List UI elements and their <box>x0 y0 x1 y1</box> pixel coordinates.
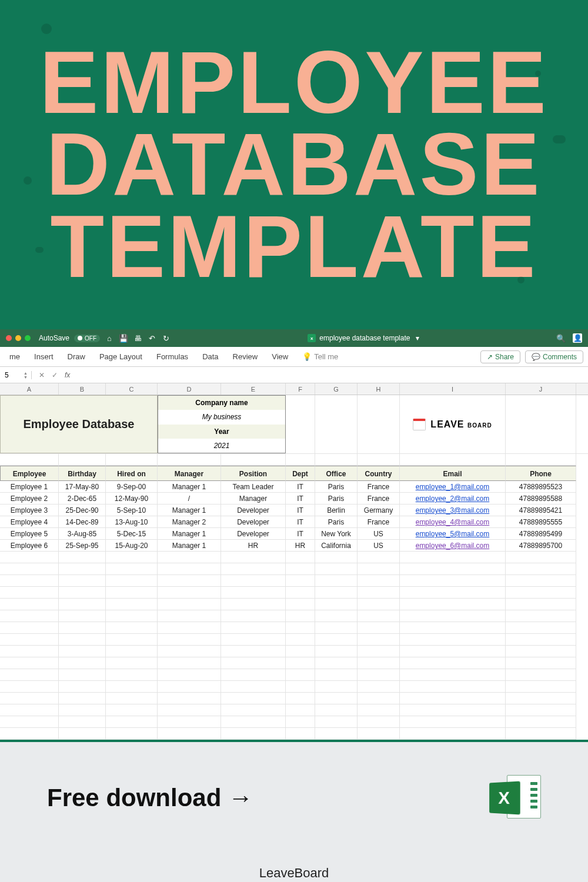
document-title[interactable]: x employee database template ▾ <box>308 334 419 342</box>
window-controls[interactable] <box>6 335 31 341</box>
home-icon[interactable]: ⌂ <box>105 334 114 343</box>
cell-employee: Employee 4 <box>0 516 59 528</box>
cell-country: Germany <box>358 505 400 516</box>
th-email: Email <box>400 466 506 481</box>
cell-phone: 47889895700 <box>506 540 576 552</box>
empty-row[interactable] <box>0 563 588 575</box>
tab-insert[interactable]: Insert <box>27 352 61 361</box>
empty-row[interactable] <box>0 575 588 587</box>
cell-office: Paris <box>315 516 358 528</box>
empty-row[interactable] <box>0 681 588 693</box>
formula-bar: 5 ▲▼ ✕ ✓ fx <box>0 367 588 383</box>
cell-dept: IT <box>286 493 315 505</box>
empty-row[interactable] <box>0 610 588 622</box>
cell-hired: 15-Aug-20 <box>106 540 158 552</box>
cell-email[interactable]: employee_1@mail.com <box>400 481 506 493</box>
table-row[interactable]: Employee 2 2-Dec-65 12-May-90 / Manager … <box>0 493 588 505</box>
print-icon[interactable]: 🖶 <box>133 334 142 343</box>
autosave-toggle[interactable]: OFF <box>74 335 100 342</box>
comments-button[interactable]: 💬Comments <box>525 350 583 363</box>
cell-manager: Manager 1 <box>158 505 221 516</box>
empty-row[interactable] <box>0 634 588 646</box>
tell-me-search[interactable]: 💡Tell me <box>295 352 345 361</box>
empty-row[interactable] <box>0 599 588 610</box>
col-B: B <box>59 383 106 395</box>
tab-draw[interactable]: Draw <box>61 352 92 361</box>
accept-formula-icon[interactable]: ✓ <box>48 371 61 379</box>
share-button[interactable]: ↗Share <box>480 350 520 363</box>
cell-phone: 47889895523 <box>506 481 576 493</box>
redo-icon[interactable]: ↻ <box>161 334 171 343</box>
empty-row[interactable] <box>0 693 588 704</box>
tab-formulas[interactable]: Formulas <box>149 352 195 361</box>
col-A: A <box>0 383 59 395</box>
cell-birthday: 25-Sep-95 <box>59 540 106 552</box>
year-value[interactable]: 2021 <box>158 439 285 453</box>
cell-country: US <box>358 528 400 540</box>
tab-page-layout[interactable]: Page Layout <box>92 352 149 361</box>
bulb-icon: 💡 <box>302 352 312 361</box>
blank-row[interactable] <box>0 454 588 466</box>
empty-row[interactable] <box>0 669 588 681</box>
empty-row[interactable] <box>0 716 588 728</box>
empty-row[interactable] <box>0 622 588 634</box>
tab-data[interactable]: Data <box>195 352 225 361</box>
th-office: Office <box>315 466 358 481</box>
th-manager: Manager <box>158 466 221 481</box>
download-cta[interactable]: Free download → <box>47 784 253 812</box>
th-birthday: Birthday <box>59 466 106 481</box>
tab-review[interactable]: Review <box>226 352 265 361</box>
empty-row[interactable] <box>0 587 588 599</box>
column-headers[interactable]: A B C D E F G H I J <box>0 383 588 395</box>
cell-email[interactable]: employee_3@mail.com <box>400 505 506 516</box>
col-I: I <box>400 383 506 395</box>
cell-country: France <box>358 516 400 528</box>
company-value[interactable]: My business <box>158 410 285 424</box>
cell-phone: 47889895588 <box>506 493 576 505</box>
cell-dept: IT <box>286 481 315 493</box>
cell-email[interactable]: employee_5@mail.com <box>400 528 506 540</box>
table-row[interactable]: Employee 5 3-Aug-85 5-Dec-15 Manager 1 D… <box>0 528 588 540</box>
empty-row[interactable] <box>0 552 588 563</box>
empty-row[interactable] <box>0 704 588 716</box>
table-row[interactable]: Employee 3 25-Dec-90 5-Sep-10 Manager 1 … <box>0 505 588 516</box>
cell-dept: HR <box>286 540 315 552</box>
cell-dept: IT <box>286 528 315 540</box>
cell-birthday: 2-Dec-65 <box>59 493 106 505</box>
cell-email[interactable]: employee_4@mail.com <box>400 516 506 528</box>
hero-title: EMPLOYEE DATABASE TEMPLATE <box>39 42 549 288</box>
close-window-icon[interactable] <box>6 335 12 341</box>
cancel-formula-icon[interactable]: ✕ <box>35 371 48 379</box>
table-row[interactable]: Employee 6 25-Sep-95 15-Aug-20 Manager 1… <box>0 540 588 552</box>
th-hired: Hired on <box>106 466 158 481</box>
tab-view[interactable]: View <box>265 352 295 361</box>
cell-email[interactable]: employee_2@mail.com <box>400 493 506 505</box>
cell-manager: Manager 1 <box>158 540 221 552</box>
undo-icon[interactable]: ↶ <box>147 334 156 343</box>
user-avatar-icon[interactable]: 👤 <box>573 333 582 343</box>
empty-row[interactable] <box>0 646 588 657</box>
search-icon[interactable]: 🔍 <box>556 334 566 343</box>
ribbon-tabs: me Insert Draw Page Layout Formulas Data… <box>0 347 588 367</box>
table-row[interactable]: Employee 1 17-May-80 9-Sep-00 Manager 1 … <box>0 481 588 493</box>
name-box[interactable]: 5 <box>0 371 24 379</box>
year-label: Year <box>158 425 285 439</box>
save-icon[interactable]: 💾 <box>119 334 128 343</box>
table-header-row: Employee Birthday Hired on Manager Posit… <box>0 466 588 481</box>
cell-employee: Employee 2 <box>0 493 59 505</box>
cell-position: Developer <box>221 505 286 516</box>
maximize-window-icon[interactable] <box>25 335 31 341</box>
namebox-stepper[interactable]: ▲▼ <box>24 371 32 379</box>
table-row[interactable]: Employee 4 14-Dec-89 13-Aug-10 Manager 2… <box>0 516 588 528</box>
empty-row[interactable] <box>0 657 588 669</box>
cell-email[interactable]: employee_6@mail.com <box>400 540 506 552</box>
spreadsheet-grid[interactable]: Employee Database Company name My busine… <box>0 395 588 740</box>
tab-home-partial[interactable]: me <box>2 352 27 361</box>
cell-manager: Manager 2 <box>158 516 221 528</box>
cell-hired: 12-May-90 <box>106 493 158 505</box>
empty-row[interactable] <box>0 728 588 740</box>
excel-file-icon: x <box>308 334 316 342</box>
cell-phone: 47889895499 <box>506 528 576 540</box>
th-country: Country <box>358 466 400 481</box>
minimize-window-icon[interactable] <box>15 335 21 341</box>
